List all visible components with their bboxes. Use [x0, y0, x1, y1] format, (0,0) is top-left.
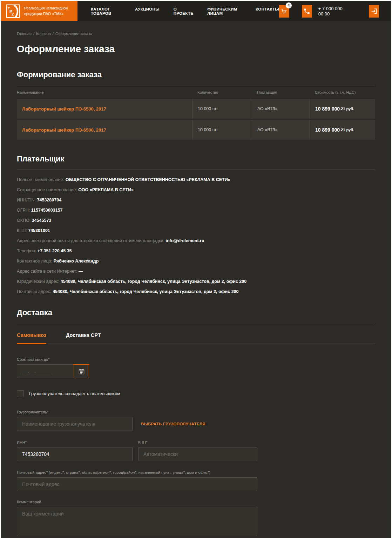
consignee-same-label: Грузополучатель совпадает с плательщиком: [29, 391, 120, 396]
breadcrumb-current: Оформление заказа: [55, 32, 92, 36]
delivery-date-input[interactable]: [17, 364, 74, 378]
payer-field-value: +7 351 220 45 35: [38, 248, 72, 253]
main-nav-link[interactable]: ФИЗИЧЕСКИМ ЛИЦАМ: [207, 7, 242, 15]
payer-field-row: Полное наименование: ОБЩЕСТВО С ОГРАНИЧЕ…: [17, 177, 375, 182]
kpp-label: КПП*: [138, 440, 257, 444]
cell-price: 10 899 000.21 руб.: [310, 120, 375, 140]
cell-product-name: Лабораторный шейкер ПЭ-6500, 2017: [17, 99, 192, 119]
payer-field-row: Телефон: +7 351 220 45 35: [17, 248, 375, 253]
postal-input[interactable]: [17, 477, 257, 491]
inn-kpp-row: ИНН* КПП*: [17, 440, 375, 461]
payer-fields: Полное наименование: ОБЩЕСТВО С ОГРАНИЧЕ…: [17, 177, 375, 294]
header-right: 4 + 7 000 000 00 00: [279, 5, 391, 18]
header-logo-text: Реализация неликвидной продукции ПАО «ТМ…: [24, 6, 73, 16]
payer-field-row: ИНН/TIN: 7453280704: [17, 198, 375, 202]
payer-field-label: Почтовый адрес:: [17, 289, 52, 294]
exit-icon: [371, 8, 378, 15]
delivery-date-group: Срок поставки до*: [17, 357, 375, 378]
payer-field-label: ИНН/TIN:: [17, 198, 36, 202]
order-section-title: Формирование заказа: [17, 70, 375, 79]
delivery-section: Доставка Самовывоз Доставка CPT Срок пос…: [17, 308, 375, 538]
table-row: Лабораторный шейкер ПЭ-6500, 2017 10 000…: [17, 120, 375, 140]
payer-field-value: 745301001: [28, 228, 50, 233]
main-nav: КАТАЛОГ ТОВАРОВАУКЦИОНЫО ПРОЕКТЕФИЗИЧЕСК…: [91, 7, 279, 15]
payer-field-value: —: [79, 269, 83, 274]
table-row: Лабораторный шейкер ПЭ-6500, 2017 10 000…: [17, 99, 375, 119]
comment-textarea[interactable]: [17, 507, 257, 536]
payer-field-label: Адрес сайта в сети Интернет:: [17, 269, 77, 274]
calendar-button[interactable]: [74, 364, 89, 378]
col-header-supplier: Поставщик: [252, 85, 310, 99]
checkout-page: Реализация неликвидной продукции ПАО «ТМ…: [1, 1, 391, 538]
postal-label: Почтовый адрес* (индекс*, страна*, облас…: [17, 470, 257, 474]
kpp-group: КПП*: [138, 440, 257, 461]
cell-supplier: АО «ВТЗ»: [252, 99, 310, 119]
payer-field-label: Сокращенное наименование:: [17, 187, 77, 192]
product-link[interactable]: Лабораторный шейкер ПЭ-6500, 2017: [22, 127, 106, 133]
header-logo[interactable]: Реализация неликвидной продукции ПАО «ТМ…: [1, 1, 77, 21]
payer-field-value: 454080, Челябинская область, город Челяб…: [61, 279, 246, 284]
main-nav-link[interactable]: О ПРОЕКТЕ: [174, 7, 194, 15]
order-table-body: Лабораторный шейкер ПЭ-6500, 2017 10 000…: [17, 99, 375, 140]
product-link[interactable]: Лабораторный шейкер ПЭ-6500, 2017: [22, 106, 106, 112]
payer-field-label: ОКПО:: [17, 218, 31, 223]
header: Реализация неликвидной продукции ПАО «ТМ…: [1, 1, 391, 21]
payer-field-row: Сокращенное наименование: ООО «РЕКЛАМА В…: [17, 187, 375, 192]
cart-button[interactable]: 4: [279, 5, 289, 18]
delivery-section-title: Доставка: [17, 308, 375, 317]
payer-field-value: info@d-element.ru: [165, 238, 204, 243]
payer-field-row: Адрес сайта в сети Интернет: —: [17, 269, 375, 274]
consignee-name-input[interactable]: [17, 417, 133, 431]
consignee-row: ВЫБРАТЬ ГРУЗОПОЛУЧАТЕЛЯ: [17, 417, 375, 431]
delivery-date-control: [17, 364, 89, 378]
payer-field-value: Рябченко Александр: [54, 259, 99, 264]
breadcrumb: Главная/Корзина/Оформление заказа: [17, 21, 375, 36]
main-nav-link[interactable]: КАТАЛОГ ТОВАРОВ: [91, 7, 121, 15]
payer-field-label: Полное наименование:: [17, 177, 64, 182]
payer-field-row: Почтовый адрес: 454080, Челябинская обла…: [17, 289, 375, 294]
payer-field-label: Контактное лицо:: [17, 259, 52, 264]
section-divider: [17, 323, 375, 323]
payer-field-label: Юридический адрес:: [17, 279, 59, 284]
calendar-icon: [78, 368, 85, 375]
phone-button[interactable]: [302, 5, 312, 18]
cell-product-name: Лабораторный шейкер ПЭ-6500, 2017: [17, 120, 192, 140]
screenshot-frame: Реализация неликвидной продукции ПАО «ТМ…: [0, 0, 392, 538]
payer-field-value: ОБЩЕСТВО С ОГРАНИЧЕННОЙ ОТВЕТСТВЕННОСТЬЮ…: [66, 177, 230, 182]
inn-label: ИНН*: [17, 440, 133, 444]
payer-field-row: КПП: 745301001: [17, 228, 375, 233]
inn-group: ИНН*: [17, 440, 133, 461]
payer-field-row: Контактное лицо: Рябченко Александр: [17, 259, 375, 264]
breadcrumb-separator: /: [33, 32, 34, 36]
main-nav-link[interactable]: АУКЦИОНЫ: [135, 7, 160, 15]
payer-section-title: Плательщик: [17, 154, 375, 164]
cell-quantity: 10 000 шт.: [192, 120, 252, 140]
payer-field-label: ОГРН:: [17, 208, 30, 213]
consignee-group: Грузополучатель* ВЫБРАТЬ ГРУЗОПОЛУЧАТЕЛЯ: [17, 410, 375, 431]
payer-field-value: ООО «РЕКЛАМА В СЕТИ»: [78, 187, 134, 192]
consignee-same-checkbox[interactable]: [17, 390, 24, 397]
cart-badge: 4: [286, 2, 292, 8]
breadcrumb-cart[interactable]: Корзина: [36, 32, 51, 36]
payer-field-value: 1157453003157: [31, 208, 63, 213]
payer-field-row: Юридический адрес: 454080, Челябинская о…: [17, 279, 375, 284]
consignee-same-row: Грузополучатель совпадает с плательщиком: [17, 390, 375, 397]
order-table-header: Наименование Количество Поставщик Стоимо…: [17, 85, 375, 99]
comment-label: Комментарий: [17, 500, 257, 504]
payer-field-row: ОКПО: 34545573: [17, 218, 375, 223]
tmk-logo-icon: [6, 4, 20, 18]
main-content: Главная/Корзина/Оформление заказа Оформл…: [1, 21, 391, 538]
delivery-tabs: Самовывоз Доставка CPT: [17, 332, 375, 344]
tab-pickup[interactable]: Самовывоз: [17, 332, 46, 344]
tab-delivery-cpt[interactable]: Доставка CPT: [66, 332, 101, 344]
order-forming-section: Формирование заказа Наименование Количес…: [17, 70, 375, 140]
exit-button[interactable]: [369, 5, 379, 18]
kpp-input[interactable]: [138, 447, 257, 461]
main-nav-link[interactable]: КОНТАКТЫ: [256, 7, 279, 15]
col-header-price: Стоимость (в т.ч. НДС): [310, 85, 375, 99]
cell-price: 10 899 000.21 руб.: [310, 99, 375, 119]
inn-input[interactable]: [17, 447, 133, 461]
breadcrumb-home[interactable]: Главная: [17, 32, 32, 36]
breadcrumb-separator: /: [53, 32, 54, 36]
choose-consignee-button[interactable]: ВЫБРАТЬ ГРУЗОПОЛУЧАТЕЛЯ: [141, 422, 205, 426]
